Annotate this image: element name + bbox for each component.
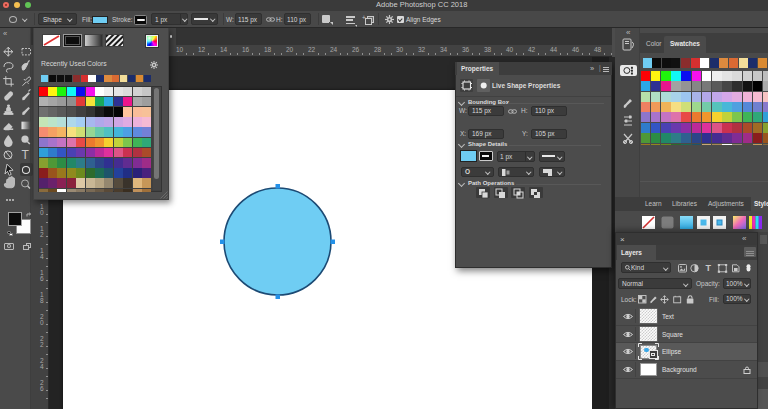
svg-text:T: T <box>22 148 30 162</box>
svg-text:T: T <box>706 264 712 273</box>
